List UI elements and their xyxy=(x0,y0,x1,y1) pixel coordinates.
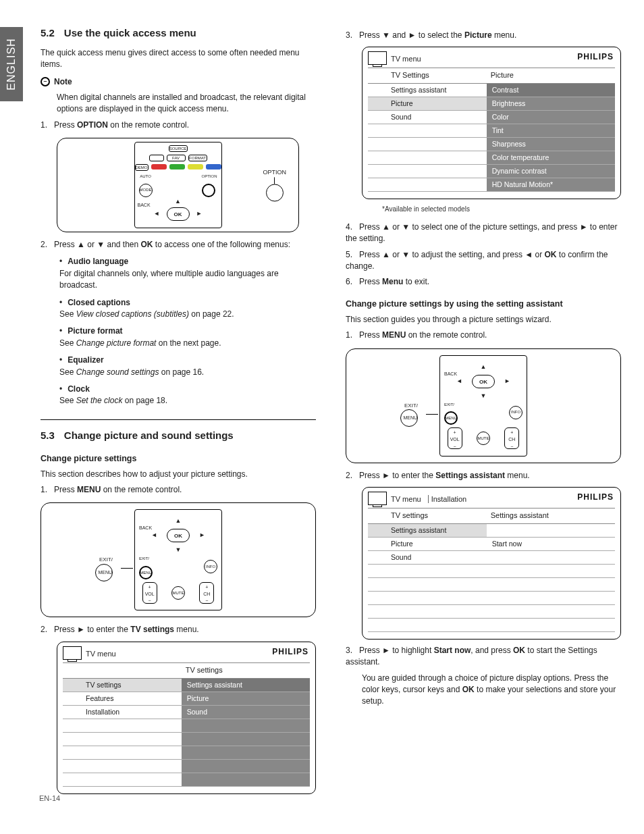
left-arrow-icon: ◄ xyxy=(151,531,157,540)
bullet-closed-captions: Closed captions See View closed captions… xyxy=(59,297,316,321)
left-arrow-icon: ◄ xyxy=(456,377,462,386)
list-item xyxy=(182,760,310,773)
section-5-2-heading: 5.2Use the quick access menu xyxy=(41,26,316,41)
down-arrow-icon: ▼ xyxy=(481,392,487,400)
list-item xyxy=(368,619,487,632)
bullet-audio-language: Audio language For digital channels only… xyxy=(59,256,316,291)
up-arrow-icon: ▲ xyxy=(382,222,390,232)
list-item xyxy=(487,551,615,565)
source-button: SOURCE xyxy=(169,145,188,152)
info-button: INFO xyxy=(204,560,217,573)
left-arrow-icon: ◄ xyxy=(154,209,160,218)
subheading-change-picture: Change picture settings xyxy=(41,452,316,465)
menu-button-callout: MENU xyxy=(95,564,113,581)
list-item: Settings assistant xyxy=(182,679,310,692)
menu-button-callout: MENU xyxy=(400,409,418,427)
sa-step-3: 3.Press ► to highlight Start now, and pr… xyxy=(346,645,621,669)
list-item xyxy=(63,773,182,787)
right-arrow-icon: ► xyxy=(408,30,417,40)
up-arrow-icon: ▲ xyxy=(175,197,181,206)
step-1: 1.Press OPTION on the remote control. xyxy=(41,120,316,131)
volume-rocker: +VOL− xyxy=(448,427,462,449)
list-item: Dynamic contrast xyxy=(487,165,615,178)
bullet-equalizer: Equalizer See Change sound settings on p… xyxy=(59,355,316,378)
tv-settings-menu: PHILIPS TV menu TV settings TV settings … xyxy=(57,642,316,794)
list-item xyxy=(487,524,615,538)
brand-label: PHILIPS xyxy=(577,51,614,63)
right-arrow-icon: ► xyxy=(580,222,588,232)
list-item xyxy=(368,565,487,578)
up-arrow-icon: ▲ xyxy=(77,240,85,249)
settings-assistant-menu: PHILIPS TV menuInstallation TV settingsS… xyxy=(362,487,621,640)
note-icon: – xyxy=(41,77,50,86)
list-item: Color temperature xyxy=(487,151,615,165)
yellow-key xyxy=(188,164,203,170)
brand-label: PHILIPS xyxy=(577,492,614,503)
red-key xyxy=(151,164,167,170)
step-3: 3.Press ▼ and ► to select the Picture me… xyxy=(346,30,621,41)
note-text: When digital channels are installed and … xyxy=(57,92,316,115)
list-item xyxy=(368,138,487,151)
down-arrow-icon: ▼ xyxy=(97,240,105,249)
step-2: 2.Press ▲ or ▼ and then OK to access one… xyxy=(41,239,316,251)
left-arrow-icon: ◄ xyxy=(525,250,533,259)
right-arrow-icon: ► xyxy=(382,646,390,655)
green-key xyxy=(169,164,185,170)
subheading-settings-assistant: Change picture settings by using the set… xyxy=(346,298,621,310)
note-label: Note xyxy=(54,76,72,88)
list-item: HD Natural Motion* xyxy=(487,178,615,192)
list-item: Features xyxy=(63,692,182,706)
remote-diagram-menu-2: EXIT/ MENU OK ▲ ▼ ◄ ► BACK EXIT/ xyxy=(346,348,621,463)
fav-button: FAV xyxy=(167,155,186,161)
list-item: TV settings xyxy=(63,679,182,692)
bullet-clock: Clock See Set the clock on page 18. xyxy=(59,384,316,407)
section-number: 5.2 xyxy=(41,27,55,38)
footnote: *Available in selected models xyxy=(382,205,621,215)
list-item xyxy=(63,733,182,746)
channel-rocker: +CH− xyxy=(199,582,214,604)
picture-menu: PHILIPS TV menu TV SettingsPicture Setti… xyxy=(362,47,621,199)
list-item: Picture xyxy=(368,538,487,551)
menu-button: MENU xyxy=(444,411,458,425)
step-5: 5.Press ▲ or ▼ to adjust the setting, an… xyxy=(346,249,621,273)
list-item: Sound xyxy=(182,706,310,719)
list-item xyxy=(63,746,182,760)
tv-icon xyxy=(368,51,387,65)
remote-diagram-option: SOURCE FAV FORMAT DEMO xyxy=(57,138,299,232)
list-item xyxy=(368,605,487,619)
left-column: 5.2Use the quick access menu The quick a… xyxy=(41,26,316,800)
mute-button: MUTE xyxy=(477,432,490,445)
list-item: Picture xyxy=(368,97,487,111)
up-arrow-icon: ▲ xyxy=(481,363,487,371)
section-5-3-heading: 5.3Change picture and sound settings xyxy=(41,428,316,443)
list-item: Settings assistant xyxy=(368,524,487,538)
up-arrow-icon: ▲ xyxy=(176,517,182,525)
sa-step-1: 1.Press MENU on the remote control. xyxy=(346,330,621,341)
remote-diagram-menu: EXIT/ MENU OK ▲ ▼ ◄ ► BACK EXIT/ xyxy=(41,502,316,617)
callout-circle-icon xyxy=(266,184,284,202)
list-item xyxy=(487,565,615,578)
list-item xyxy=(487,605,615,619)
demo-button: DEMO xyxy=(135,164,149,171)
format-button: FORMAT xyxy=(188,155,207,161)
list-item: Tint xyxy=(487,124,615,138)
list-item xyxy=(182,719,310,733)
sa-para: You are guided through a choice of pictu… xyxy=(362,673,621,708)
right-arrow-icon: ► xyxy=(382,471,390,480)
tv-icon xyxy=(63,646,82,660)
page-number: EN-14 xyxy=(39,794,60,802)
list-item xyxy=(182,733,310,746)
list-item xyxy=(368,151,487,165)
list-item xyxy=(487,578,615,592)
list-item xyxy=(368,578,487,592)
section-title: Use the quick access menu xyxy=(64,27,196,38)
list-item xyxy=(368,178,487,192)
list-item xyxy=(487,619,615,632)
right-column: 3.Press ▼ and ► to select the Picture me… xyxy=(346,26,621,800)
list-item: Sound xyxy=(368,111,487,124)
ok-button: OK xyxy=(167,529,190,542)
step-6: 6.Press Menu to exit. xyxy=(346,276,621,288)
right-arrow-icon: ► xyxy=(504,377,510,386)
ok-button: OK xyxy=(167,207,190,221)
tv-icon xyxy=(368,492,387,505)
